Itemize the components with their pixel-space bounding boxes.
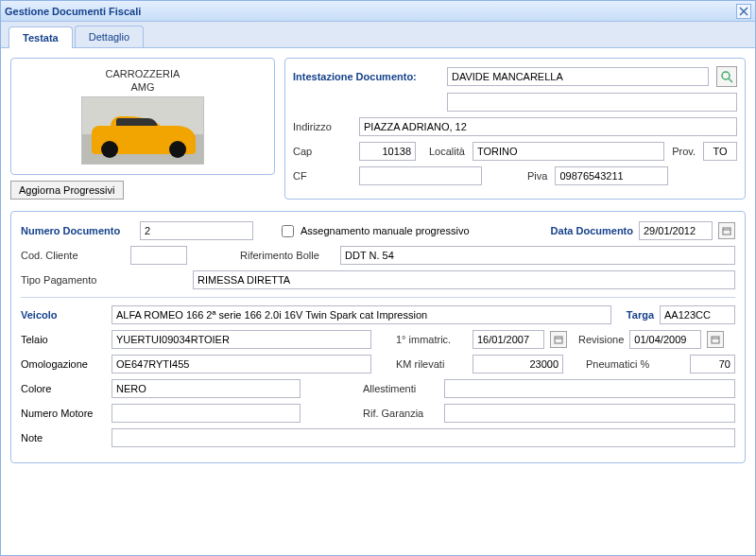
localita-label: Località bbox=[429, 146, 465, 157]
rif-bolle-label: Riferimento Bolle bbox=[240, 250, 335, 261]
window-title: Gestione Documenti Fiscali bbox=[5, 6, 141, 17]
telaio-label: Telaio bbox=[21, 334, 106, 345]
separator bbox=[21, 297, 735, 298]
company-line1: CARROZZERIA bbox=[19, 68, 266, 79]
omologazione-input[interactable] bbox=[112, 355, 371, 374]
close-icon bbox=[739, 7, 748, 16]
close-button[interactable] bbox=[736, 4, 751, 19]
data-documento-calendar-button[interactable] bbox=[718, 222, 735, 239]
intestazione-extra-input[interactable] bbox=[447, 93, 737, 112]
tab-dettaglio[interactable]: Dettaglio bbox=[75, 26, 144, 47]
aggiorna-progressivi-button[interactable]: Aggiorna Progressivi bbox=[10, 181, 124, 200]
cf-input[interactable] bbox=[359, 166, 482, 185]
svg-rect-2 bbox=[555, 337, 562, 343]
svg-point-0 bbox=[722, 72, 730, 79]
piva-label: Piva bbox=[527, 170, 547, 182]
immatric-calendar-button[interactable] bbox=[550, 331, 567, 348]
revisione-label: Revisione bbox=[578, 334, 624, 345]
immatric-label: 1° immatric. bbox=[396, 334, 467, 345]
cf-label: CF bbox=[293, 170, 352, 182]
data-documento-input[interactable] bbox=[639, 221, 713, 240]
intestazione-name-input[interactable] bbox=[447, 67, 709, 86]
revisione-input[interactable] bbox=[629, 330, 701, 349]
prov-label: Prov. bbox=[672, 146, 696, 157]
allestimenti-input[interactable] bbox=[444, 379, 735, 398]
telaio-input[interactable] bbox=[112, 330, 371, 349]
cod-cliente-label: Cod. Cliente bbox=[21, 250, 125, 261]
assegnamento-checkbox[interactable] bbox=[282, 225, 294, 237]
numero-motore-label: Numero Motore bbox=[21, 408, 106, 419]
vehicle-image bbox=[81, 96, 204, 165]
immatric-input[interactable] bbox=[472, 330, 544, 349]
titlebar: Gestione Documenti Fiscali bbox=[1, 1, 755, 22]
document-panel: Numero Documento Assegnamento manuale pr… bbox=[10, 211, 746, 463]
numero-documento-input[interactable] bbox=[140, 221, 253, 240]
tipo-pagamento-label: Tipo Pagamento bbox=[21, 274, 125, 286]
allestimenti-label: Allestimenti bbox=[363, 383, 438, 394]
numero-documento-label: Numero Documento bbox=[21, 225, 134, 236]
tipo-pagamento-input[interactable] bbox=[193, 270, 735, 289]
calendar-icon bbox=[711, 335, 720, 344]
veicolo-input[interactable] bbox=[112, 305, 611, 324]
omologazione-label: Omologazione bbox=[21, 358, 106, 370]
cap-input[interactable] bbox=[359, 142, 416, 161]
veicolo-label: Veicolo bbox=[21, 309, 106, 321]
calendar-icon bbox=[722, 226, 731, 235]
indirizzo-input[interactable] bbox=[359, 117, 737, 136]
km-label: KM rilevati bbox=[396, 358, 467, 370]
note-label: Note bbox=[21, 432, 106, 443]
colore-label: Colore bbox=[21, 383, 106, 394]
tab-testata[interactable]: Testata bbox=[9, 26, 73, 48]
company-panel: CARROZZERIA AMG bbox=[10, 58, 275, 175]
svg-rect-1 bbox=[723, 228, 730, 235]
pneumatici-label: Pneumatici % bbox=[586, 358, 649, 370]
cap-label: Cap bbox=[293, 146, 352, 157]
intestazione-label: Intestazione Documento: bbox=[293, 71, 439, 82]
prov-input[interactable] bbox=[703, 142, 737, 161]
data-documento-label: Data Documento bbox=[551, 225, 633, 236]
localita-input[interactable] bbox=[472, 142, 664, 161]
colore-input[interactable] bbox=[112, 379, 301, 398]
intestazione-panel: Intestazione Documento: Indirizzo Cap bbox=[284, 58, 746, 200]
rif-bolle-input[interactable] bbox=[340, 246, 735, 265]
note-input[interactable] bbox=[112, 428, 735, 447]
piva-input[interactable] bbox=[555, 166, 668, 185]
revisione-calendar-button[interactable] bbox=[707, 331, 724, 348]
rif-garanzia-label: Rif. Garanzia bbox=[363, 408, 438, 419]
company-line2: AMG bbox=[19, 81, 266, 93]
assegnamento-label: Assegnamento manuale progressivo bbox=[301, 225, 470, 236]
search-icon bbox=[720, 70, 733, 83]
svg-rect-3 bbox=[712, 337, 719, 343]
search-customer-button[interactable] bbox=[716, 66, 737, 87]
app-window: Gestione Documenti Fiscali Testata Detta… bbox=[0, 0, 756, 556]
targa-input[interactable] bbox=[660, 305, 735, 324]
numero-motore-input[interactable] bbox=[112, 404, 301, 423]
tab-content: CARROZZERIA AMG Aggiorna Progressivi Int… bbox=[1, 48, 755, 556]
km-input[interactable] bbox=[472, 355, 563, 374]
cod-cliente-input[interactable] bbox=[130, 246, 187, 265]
company-block: CARROZZERIA AMG Aggiorna Progressivi bbox=[10, 58, 275, 200]
calendar-icon bbox=[554, 335, 563, 344]
targa-label: Targa bbox=[627, 309, 654, 321]
rif-garanzia-input[interactable] bbox=[444, 404, 735, 423]
pneumatici-input[interactable] bbox=[690, 355, 735, 374]
indirizzo-label: Indirizzo bbox=[293, 121, 352, 132]
tabbar: Testata Dettaglio bbox=[1, 22, 755, 48]
